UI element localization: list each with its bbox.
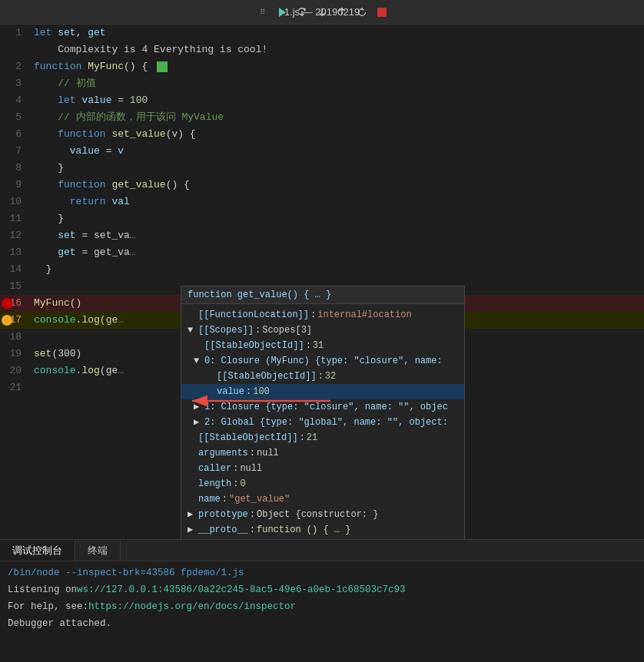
- tooltip-popup[interactable]: function get_value() { … } [[FunctionLoc…: [181, 286, 465, 539]
- line-content-12: set = set_va…: [31, 227, 644, 244]
- line-number-1: 1: [0, 25, 31, 41]
- tooltip-row-name: name : "get_value": [181, 492, 464, 507]
- line-number-18: 18: [0, 329, 31, 346]
- editor-area: 1 let set, get Complexity is 4 Everythin…: [0, 25, 644, 539]
- terminal-listen-prefix: Listening on: [8, 583, 77, 597]
- svg-marker-0: [279, 8, 286, 17]
- line-content-6: function set_value(v) {: [31, 126, 644, 143]
- tooltip-row-stableid32: [[StableObjectId]] : 32: [181, 369, 464, 384]
- line-content-complexity: Complexity is 4 Everything is cool!: [31, 41, 644, 58]
- tooltip-body: [[FunctionLocation]] : internal#location…: [181, 304, 464, 539]
- tooltip-row-fnlocation: [[FunctionLocation]] : internal#location: [181, 307, 464, 323]
- terminal-line-3: For help, see: https://nodejs.org/en/doc…: [8, 600, 636, 617]
- continue-button[interactable]: [274, 5, 290, 20]
- line-content-14: }: [31, 261, 644, 278]
- step-into-button[interactable]: [314, 5, 330, 20]
- tooltip-row-length: length : 0: [181, 476, 464, 492]
- line-content-1: let set, get: [31, 25, 644, 41]
- line-number-3: 3: [0, 75, 31, 92]
- code-line-4: 4 let value = 100: [0, 92, 644, 109]
- tooltip-row-proto[interactable]: ▶ __proto__ : function () { … }: [181, 522, 464, 538]
- line-content-2: function MyFunc() {: [31, 58, 644, 75]
- drag-handle: ⠿: [254, 5, 270, 20]
- terminal-cmd-1: /bin/node --inspect-brk=43586 fpdemo/1.j…: [8, 566, 244, 581]
- line-number-12: 12: [0, 227, 31, 244]
- line-number-4: 4: [0, 92, 31, 109]
- code-line-11: 11 }: [0, 210, 644, 227]
- tooltip-row-stableid31: [[StableObjectId]] : 31: [181, 338, 464, 353]
- line-content-10: return val: [31, 194, 644, 210]
- line-content-9: function get_value() {: [31, 177, 644, 194]
- tooltip-row-scopes[interactable]: ▼ [[Scopes]] : Scopes[3]: [181, 323, 464, 338]
- code-line-complexity: Complexity is 4 Everything is cool!: [0, 41, 644, 58]
- line-content-7: value = v: [31, 143, 644, 160]
- terminal-line-2: Listening on ws://127.0.0.1:43586/0a22c2…: [8, 583, 636, 600]
- code-line-2: 2 function MyFunc() {: [0, 58, 644, 75]
- current-line-indicator-17: [2, 315, 12, 326]
- svg-rect-4: [377, 8, 387, 17]
- code-line-13: 13 get = get_va…: [0, 244, 644, 261]
- stop-button[interactable]: [374, 5, 390, 20]
- line-number-13: 13: [0, 244, 31, 261]
- line-number-14: 14: [0, 261, 31, 278]
- tooltip-row-arguments: arguments : null: [181, 445, 464, 461]
- tooltip-row-prototype[interactable]: ▶ prototype : Object {constructor: }: [181, 507, 464, 522]
- green-indicator: [157, 61, 168, 72]
- line-number-6: 6: [0, 126, 31, 143]
- tooltip-row-closure1[interactable]: ▶ 1: Closure {type: "closure", name: "",…: [181, 399, 464, 415]
- line-content-13: get = get_va…: [31, 244, 644, 261]
- line-number-7: 7: [0, 143, 31, 160]
- terminal-line-4: Debugger attached.: [8, 617, 636, 634]
- tab-terminal[interactable]: 终端: [75, 540, 121, 561]
- line-content-4: let value = 100: [31, 92, 644, 109]
- tab-debug-console[interactable]: 调试控制台: [0, 540, 75, 561]
- line-number-9: 9: [0, 177, 31, 194]
- terminal-help-prefix: For help, see:: [8, 600, 88, 614]
- line-number-11: 11: [0, 210, 31, 227]
- tooltip-row-caller: caller : null: [181, 461, 464, 476]
- debug-toolbar: ⠿: [254, 5, 390, 20]
- terminal-content[interactable]: /bin/node --inspect-brk=43586 fpdemo/1.j…: [0, 561, 644, 662]
- breakpoint-indicator-16: [2, 298, 12, 309]
- tooltip-row-value: value : 100: [181, 384, 464, 399]
- code-line-14: 14 }: [0, 261, 644, 278]
- line-number-5: 5: [0, 109, 31, 126]
- line-content-5: // 内部的函数，用于该问 MyValue: [31, 109, 644, 126]
- tooltip-row-closure0[interactable]: ▼ 0: Closure (MyFunc) {type: "closure", …: [181, 353, 464, 369]
- step-out-button[interactable]: [334, 5, 350, 20]
- code-line-3: 3 // 初值: [0, 75, 644, 92]
- terminal-help-url: https://nodejs.org/en/docs/inspector: [88, 600, 296, 614]
- line-number-10: 10: [0, 194, 31, 210]
- terminal-url: ws://127.0.0.1:43586/0a22c245-8ac5-49e6-…: [77, 583, 406, 597]
- code-line-7: 7 value = v: [0, 143, 644, 160]
- code-line-1: 1 let set, get: [0, 25, 644, 41]
- code-line-8: 8 }: [0, 160, 644, 177]
- line-number-15: 15: [0, 278, 31, 295]
- code-line-10: 10 return val: [0, 194, 644, 210]
- tooltip-header: function get_value() { … }: [181, 286, 464, 304]
- line-content-11: }: [31, 210, 644, 227]
- line-number-8: 8: [0, 160, 31, 177]
- step-over-button[interactable]: [294, 5, 310, 20]
- line-number-2: 2: [0, 58, 31, 75]
- code-line-12: 12 set = set_va…: [0, 227, 644, 244]
- code-line-6: 6 function set_value(v) {: [0, 126, 644, 143]
- line-content-8: }: [31, 160, 644, 177]
- bottom-panel: 调试控制台 终端 /bin/node --inspect-brk=43586 f…: [0, 539, 644, 662]
- line-number-21: 21: [0, 379, 31, 396]
- title-bar: ⠿: [0, 0, 644, 25]
- tooltip-row-global[interactable]: ▶ 2: Global {type: "global", name: "", o…: [181, 415, 464, 430]
- code-line-9: 9 function get_value() {: [0, 177, 644, 194]
- panel-tabs: 调试控制台 终端: [0, 540, 644, 561]
- line-content-3: // 初值: [31, 75, 644, 92]
- code-editor[interactable]: 1 let set, get Complexity is 4 Everythin…: [0, 25, 644, 539]
- line-number-19: 19: [0, 346, 31, 362]
- terminal-attached: Debugger attached.: [8, 617, 111, 631]
- terminal-line-1: /bin/node --inspect-brk=43586 fpdemo/1.j…: [8, 566, 636, 583]
- tooltip-row-stableid21: [[StableObjectId]] : 21: [181, 430, 464, 445]
- restart-button[interactable]: [354, 5, 370, 20]
- line-number-20: 20: [0, 362, 31, 379]
- code-line-5: 5 // 内部的函数，用于该问 MyValue: [0, 109, 644, 126]
